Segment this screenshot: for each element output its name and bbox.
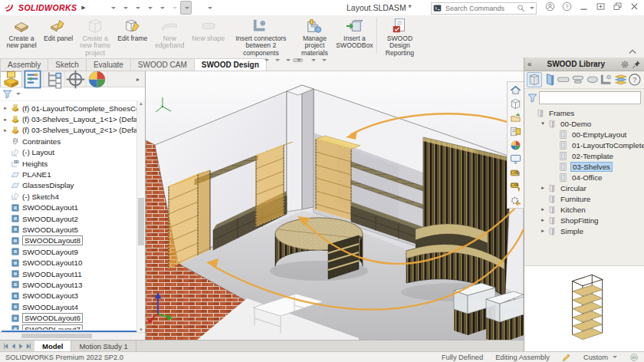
library-filter-input[interactable] [539,91,641,104]
manage-project-materials-button[interactable]: Manage project materials [294,15,334,55]
swood-gear-run-button[interactable] [509,194,522,206]
maximize-button[interactable] [596,2,606,12]
status-custom-dropdown[interactable]: Custom [583,354,617,361]
swood-panel-config-button[interactable] [509,125,522,137]
materials-library-tab[interactable] [614,73,628,87]
expand-icon[interactable]: ▸ [2,127,8,133]
hscrollbar-thumb[interactable] [21,334,92,338]
swood-appearance-button[interactable] [509,139,522,151]
tab-dimxpert[interactable] [65,71,87,87]
select-cursor-button[interactable] [180,1,192,15]
previous-view-button[interactable] [253,60,256,61]
hand-icon[interactable] [629,353,639,362]
search-input[interactable] [444,4,514,13]
apply-scene-button[interactable] [307,58,317,62]
zoom-to-fit-button[interactable] [245,60,248,61]
section-view-button[interactable] [257,60,260,61]
expand-icon[interactable]: ▸ [539,228,547,234]
trav-first-icon[interactable] [2,343,9,350]
machinings-library-tab[interactable] [600,73,613,87]
open-button[interactable] [119,1,130,15]
bottom-tab-motion-study-1[interactable]: Motion Study 1 [71,341,136,351]
pin-icon[interactable] [632,60,641,69]
library-item[interactable]: 00-EmptyLayout [524,129,644,140]
swood-tag-2-button[interactable]: CAB [509,180,522,193]
library-item[interactable]: 04-Office [524,172,644,183]
logo-flyout-arrow[interactable]: ▶ [81,5,85,11]
tab-display-manager[interactable] [87,71,108,87]
tab-configuration-manager[interactable] [44,71,65,87]
tree-item[interactable]: SWOODLayout13 [2,279,136,290]
tree-item[interactable]: ▸(f) 01-LayoutToComplete_ShoesCounter [2,103,136,114]
library-funnel-icon[interactable] [527,93,537,103]
trav-last-icon[interactable] [25,343,32,350]
swood-box-button[interactable] [509,97,522,110]
tree-item[interactable]: Contraintes [2,136,136,146]
hide-show-items-button[interactable] [293,58,303,62]
trav-prev-icon[interactable] [10,343,17,350]
graphics-viewport[interactable]: CABCAB [146,71,524,340]
connectors-c-library-tab[interactable] [586,73,600,87]
tree-item[interactable]: ▸(f) 03-Shelves_Layout_2<1> (Default) <D [2,125,136,136]
tree-item[interactable]: ▸(f) 03-Shelves_Layout_1<1> (Default) <D [2,114,136,124]
frames-library-tab[interactable] [527,72,542,87]
edit-appearance-button[interactable] [304,60,307,61]
oval-island[interactable] [270,218,368,281]
filter-dropdown-icon[interactable] [16,93,21,95]
tree-item[interactable]: SWOODLayout1 [2,202,136,213]
search-commands-box[interactable] [431,2,537,15]
minimize-button[interactable] [579,2,589,12]
expand-icon[interactable]: ▸ [539,185,547,191]
display-cases[interactable] [454,283,524,340]
panels-library-tab[interactable] [543,73,557,87]
swood-screen-button[interactable] [509,153,522,165]
tree-item[interactable]: SWOODLayout6 [2,312,136,323]
edit-panel-button[interactable]: Edit panel [41,15,75,55]
close-button[interactable] [629,2,639,12]
tree-item[interactable]: SWOODLayout11 [2,268,136,279]
tab-feature-manager[interactable] [0,71,22,87]
tree-item[interactable]: SWOODLayout4 [2,301,136,312]
library-gear-icon[interactable] [620,60,629,69]
tree-item[interactable]: SWOODLayout9 [2,246,136,257]
tree-item[interactable]: SWOODLayout8 [2,235,136,246]
library-item[interactable]: ▸Simple [524,225,644,236]
print-button[interactable] [143,1,155,15]
library-item[interactable]: ▾00-Demo [524,118,644,129]
insert-swoodbox-button[interactable]: Insert a SWOODBox [334,15,374,55]
save-button[interactable] [131,1,143,15]
library-item[interactable]: Furniture [524,193,644,204]
feature-tree-filter[interactable] [0,87,145,101]
tree-item[interactable]: (-) Layout [2,147,136,158]
scrollbar-thumb[interactable] [138,198,144,245]
swood-design-reporting-button[interactable]: SWOOD Design Reporting [380,15,419,55]
library-item[interactable]: ▸ShopFitting [524,215,644,225]
annotation-views-button[interactable]: A [261,58,271,62]
swood-tag-1-button[interactable]: CAB [509,166,522,179]
filter-funnel-icon[interactable] [2,89,12,99]
library-item[interactable]: ▸Kitchen [524,204,644,215]
tree-item[interactable]: SWOODLayout5 [2,224,136,235]
feature-tree-scrollbar[interactable]: ▲ ▼ [136,100,145,333]
ribbon-collapse-icon[interactable] [627,48,638,55]
library-item[interactable]: 01-LayoutToComplete [524,140,644,150]
help-button[interactable]: ? [562,2,572,12]
insert-connectors-button[interactable]: Insert connectors between 2 components [227,15,294,55]
swood-home-button[interactable] [509,84,522,96]
connectors-a-library-tab[interactable] [557,73,570,87]
tree-item[interactable]: (-) Sketch4 [2,191,136,202]
search-dropdown-icon[interactable] [530,7,534,9]
rebuild-button[interactable] [192,1,197,15]
edit-frame-button[interactable]: Edit frame [115,15,150,55]
feature-tree-hscrollbar[interactable] [0,332,145,340]
view-orientation-button[interactable] [271,58,281,62]
home-button[interactable] [101,1,106,15]
account-button[interactable] [545,2,555,12]
tree-item[interactable]: SWOODLayout2 [2,213,136,224]
library-item[interactable]: Frames [524,107,644,118]
library-item[interactable]: 03-Shelves [524,161,644,172]
scroll-up-icon[interactable]: ▲ [137,101,145,106]
redo-button[interactable] [168,1,179,15]
new-document-button[interactable] [107,1,118,15]
expand-icon[interactable]: ▸ [539,206,547,212]
